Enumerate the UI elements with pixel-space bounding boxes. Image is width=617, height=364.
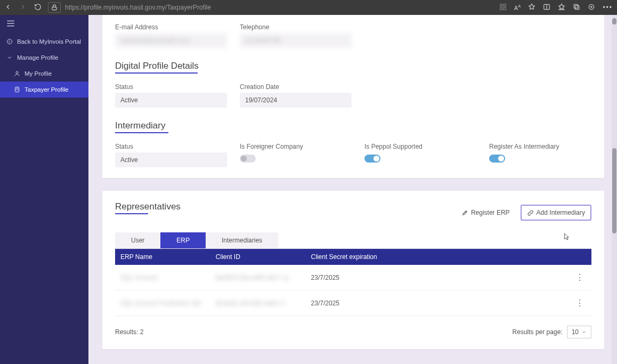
split-icon[interactable] bbox=[543, 3, 550, 12]
profile-card: E-mail Address redacted@example.com Tele… bbox=[102, 15, 604, 178]
favorite-icon[interactable] bbox=[528, 3, 535, 12]
chevron-down-icon bbox=[6, 54, 13, 61]
sidebar-item-my-profile[interactable]: My Profile bbox=[0, 66, 88, 82]
row-menu-icon[interactable]: ⋮ bbox=[567, 290, 591, 316]
link-icon bbox=[527, 209, 534, 216]
sidebar: Back to MyInvois Portal Manage Profile M… bbox=[0, 15, 88, 364]
app-icon[interactable] bbox=[499, 3, 507, 12]
register-erp-button[interactable]: Register ERP bbox=[456, 206, 515, 220]
add-intermediary-button[interactable]: Add Intermediary bbox=[521, 205, 591, 221]
representatives-card: Representatives Register ERP Add Interme… bbox=[102, 191, 604, 349]
cell-name: SQL Account bbox=[120, 274, 158, 281]
text-size-icon[interactable]: AA bbox=[514, 4, 521, 11]
sidebar-myprofile-label: My Profile bbox=[25, 70, 52, 77]
add-intermediary-label: Add Intermediary bbox=[537, 209, 585, 216]
svg-rect-2 bbox=[504, 4, 506, 6]
telephone-label: Telephone bbox=[240, 23, 352, 31]
tab-user[interactable]: User bbox=[115, 232, 160, 248]
table-row: SQL Account Production Set 8c0a45-c04-62… bbox=[115, 290, 591, 316]
cell-expiry: 23/7/2025 bbox=[306, 265, 568, 290]
svg-rect-4 bbox=[504, 7, 506, 10]
svg-rect-3 bbox=[500, 7, 502, 10]
cell-client: 8c0a45-c04-62b-eafe-c7 bbox=[216, 300, 286, 307]
per-page-value: 10 bbox=[572, 328, 579, 336]
main-content: E-mail Address redacted@example.com Tele… bbox=[88, 15, 617, 364]
extensions-icon[interactable] bbox=[588, 3, 595, 12]
underline bbox=[115, 72, 198, 74]
int-status-label: Status bbox=[115, 143, 227, 150]
chevron-down-icon bbox=[581, 329, 587, 335]
back-arrow-icon bbox=[6, 38, 13, 45]
digital-section-title: Digital Profile Details bbox=[115, 61, 591, 71]
person-icon bbox=[14, 70, 20, 77]
lock-icon[interactable] bbox=[48, 2, 61, 13]
table-row: SQL Account 8a0503-00a-a4f5-a817-1c 23/7… bbox=[115, 265, 591, 290]
collections-icon[interactable] bbox=[573, 3, 580, 12]
peppol-toggle[interactable] bbox=[364, 155, 380, 163]
results-count: Results: 2 bbox=[115, 328, 143, 336]
status-label: Status bbox=[115, 83, 227, 91]
intermediary-section-title: Intermediary bbox=[115, 120, 591, 131]
scrollbar-track[interactable] bbox=[612, 15, 617, 364]
sidebar-taxpayer-label: Taxpayer Profile bbox=[25, 86, 68, 93]
register-label: Register As Intermediary bbox=[489, 143, 559, 150]
forward-icon[interactable] bbox=[19, 3, 27, 12]
hamburger-icon[interactable] bbox=[0, 15, 88, 34]
rocket-icon bbox=[461, 209, 468, 216]
scrollbar-thumb[interactable] bbox=[612, 148, 616, 233]
telephone-value: 0123456789 bbox=[240, 33, 352, 48]
peppol-label: Is Peppol Supported bbox=[364, 143, 476, 150]
cell-name: SQL Account Production Set bbox=[120, 300, 201, 307]
sidebar-item-taxpayer-profile[interactable]: Taxpayer Profile bbox=[0, 82, 88, 98]
back-icon[interactable] bbox=[4, 3, 12, 12]
svg-rect-1 bbox=[500, 4, 502, 6]
email-label: E-mail Address bbox=[115, 23, 227, 31]
creation-date-value: 19/07/2024 bbox=[240, 93, 352, 108]
cell-client: 8a0503-00a-a4f5-a817-1c bbox=[216, 274, 290, 281]
col-expiration: Client Secret expiration bbox=[306, 249, 568, 265]
creation-date-label: Creation Date bbox=[240, 83, 352, 91]
more-icon[interactable]: ••• bbox=[603, 4, 613, 11]
register-erp-label: Register ERP bbox=[471, 209, 510, 216]
sidebar-back-label: Back to MyInvois Portal bbox=[17, 38, 81, 45]
underline bbox=[115, 132, 168, 133]
foreigner-label: Is Foreigner Company bbox=[240, 143, 352, 150]
representatives-title: Representatives bbox=[115, 201, 181, 212]
email-value: redacted@example.com bbox=[115, 33, 227, 48]
sidebar-item-manage[interactable]: Manage Profile bbox=[0, 50, 88, 66]
tab-intermediaries[interactable]: Intermediaries bbox=[206, 232, 278, 248]
cell-expiry: 23/7/2025 bbox=[306, 290, 568, 316]
erp-table: ERP Name Client ID Client Secret expirat… bbox=[115, 249, 591, 316]
reload-icon[interactable] bbox=[34, 3, 42, 12]
status-value: Active bbox=[115, 93, 227, 108]
row-menu-icon[interactable]: ⋮ bbox=[567, 265, 591, 290]
svg-rect-8 bbox=[574, 4, 578, 8]
svg-rect-0 bbox=[52, 7, 56, 10]
int-status-value: Active bbox=[115, 152, 227, 167]
register-toggle[interactable] bbox=[489, 155, 505, 163]
svg-rect-9 bbox=[575, 5, 579, 9]
foreigner-toggle[interactable] bbox=[240, 155, 256, 163]
per-page-label: Results per page: bbox=[513, 328, 563, 336]
per-page-select[interactable]: 10 bbox=[567, 326, 591, 338]
scroll-up-icon[interactable] bbox=[612, 18, 616, 25]
sidebar-manage-label: Manage Profile bbox=[17, 54, 58, 61]
svg-point-13 bbox=[7, 39, 12, 44]
underline bbox=[115, 213, 148, 214]
favorites-list-icon[interactable] bbox=[558, 3, 565, 12]
address-bar[interactable]: https://profile.myinvois.hasil.gov.my/Ta… bbox=[65, 4, 211, 11]
svg-point-14 bbox=[16, 71, 18, 74]
browser-toolbar: https://profile.myinvois.hasil.gov.my/Ta… bbox=[0, 0, 617, 15]
profile-icon bbox=[14, 86, 20, 93]
col-erp-name: ERP Name bbox=[115, 249, 210, 265]
tab-erp[interactable]: ERP bbox=[160, 232, 206, 248]
sidebar-item-back[interactable]: Back to MyInvois Portal bbox=[0, 34, 88, 50]
col-client-id: Client ID bbox=[210, 249, 306, 265]
